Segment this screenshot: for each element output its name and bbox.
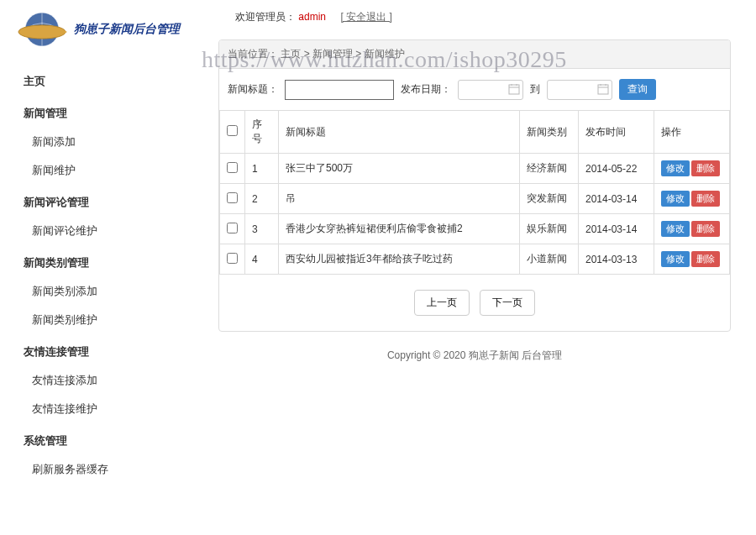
delete-button[interactable]: 删除: [691, 191, 720, 207]
cell-seq: 4: [245, 244, 279, 275]
content-panel: 当前位置： 主页 > 新闻管理 > 新闻维护 新闻标题： 发布日期： 到 查询: [218, 39, 731, 332]
breadcrumb: 当前位置： 主页 > 新闻管理 > 新闻维护: [219, 40, 730, 69]
title-input[interactable]: [285, 80, 394, 100]
breadcrumb-link[interactable]: 新闻管理: [312, 48, 353, 60]
row-checkbox[interactable]: [227, 253, 238, 264]
delete-button[interactable]: 删除: [691, 251, 720, 267]
cell-date: 2014-05-22: [579, 154, 654, 184]
cell-seq: 3: [245, 214, 279, 244]
breadcrumb-sep: >: [301, 48, 312, 60]
menu-item[interactable]: 刷新服务器缓存: [17, 455, 218, 484]
col-ops: 操作: [654, 111, 730, 154]
cell-category: 娱乐新闻: [520, 214, 579, 244]
logo-area: 狗崽子新闻后台管理: [17, 8, 218, 50]
cell-ops: 修改删除: [654, 214, 730, 244]
cell-category: 小道新闻: [520, 244, 579, 275]
col-title: 新闻标题: [279, 111, 520, 154]
breadcrumb-link[interactable]: 主页: [281, 48, 301, 60]
next-page-button[interactable]: 下一页: [480, 290, 535, 316]
footer-text: Copyright © 2020 狗崽子新闻 后台管理: [218, 332, 731, 380]
menu-item[interactable]: 新闻添加: [17, 128, 218, 156]
select-all-checkbox[interactable]: [227, 125, 238, 136]
menu-header[interactable]: 新闻评论管理: [17, 188, 218, 217]
menu-item[interactable]: 新闻类别维护: [17, 306, 218, 334]
menu-header[interactable]: 主页: [17, 67, 218, 96]
cell-title: 吊: [279, 184, 520, 214]
table-header-row: 序号 新闻标题 新闻类别 发布时间 操作: [220, 111, 730, 154]
breadcrumb-sep: >: [353, 48, 365, 60]
logout-link[interactable]: [ 安全退出 ]: [340, 11, 391, 23]
cell-category: 突发新闻: [520, 184, 579, 214]
cell-title: 西安幼儿园被指近3年都给孩子吃过药: [279, 244, 520, 275]
table-row: 2吊突发新闻2014-03-14修改删除: [220, 184, 730, 214]
cell-ops: 修改删除: [654, 184, 730, 214]
edit-button[interactable]: 修改: [661, 160, 690, 176]
breadcrumb-link[interactable]: 新闻维护: [365, 48, 405, 60]
search-button[interactable]: 查询: [619, 79, 656, 100]
svg-point-2: [18, 25, 66, 39]
filter-row: 新闻标题： 发布日期： 到 查询: [219, 69, 730, 110]
top-bar: 欢迎管理员： admin [ 安全退出 ]: [218, 0, 731, 39]
menu-item[interactable]: 新闻类别添加: [17, 277, 218, 306]
admin-name[interactable]: admin: [298, 11, 326, 23]
col-category: 新闻类别: [520, 111, 579, 154]
logo-text: 狗崽子新闻后台管理: [74, 22, 180, 37]
cell-category: 经济新闻: [520, 154, 579, 184]
title-label: 新闻标题：: [228, 82, 278, 97]
edit-button[interactable]: 修改: [661, 251, 690, 267]
cell-date: 2014-03-13: [579, 244, 654, 275]
pagination: 上一页 下一页: [219, 275, 730, 331]
menu-item[interactable]: 新闻维护: [17, 156, 218, 185]
cell-ops: 修改删除: [654, 244, 730, 275]
cell-date: 2014-03-14: [579, 184, 654, 214]
logo-icon: [17, 8, 67, 50]
breadcrumb-prefix: 当前位置：: [228, 48, 278, 60]
menu-header[interactable]: 系统管理: [17, 427, 218, 455]
delete-button[interactable]: 删除: [691, 221, 720, 237]
cell-date: 2014-03-14: [579, 214, 654, 244]
table-row: 4西安幼儿园被指近3年都给孩子吃过药小道新闻2014-03-13修改删除: [220, 244, 730, 275]
delete-button[interactable]: 删除: [691, 160, 720, 176]
cell-seq: 2: [245, 184, 279, 214]
cell-title: 张三中了500万: [279, 154, 520, 184]
prev-page-button[interactable]: 上一页: [414, 290, 470, 316]
row-checkbox[interactable]: [227, 223, 238, 233]
col-date: 发布时间: [579, 111, 654, 154]
date-label: 发布日期：: [401, 82, 451, 97]
menu-header[interactable]: 新闻管理: [17, 99, 218, 128]
menu-item[interactable]: 友情连接维护: [17, 395, 218, 423]
edit-button[interactable]: 修改: [661, 221, 690, 237]
row-checkbox[interactable]: [227, 162, 238, 173]
edit-button[interactable]: 修改: [661, 191, 690, 207]
cell-ops: 修改删除: [654, 154, 730, 184]
cell-title: 香港少女穿热裤短裙便利店偷零食被捕2: [279, 214, 520, 244]
table-row: 3香港少女穿热裤短裙便利店偷零食被捕2娱乐新闻2014-03-14修改删除: [220, 214, 730, 244]
col-seq: 序号: [245, 111, 279, 154]
row-checkbox[interactable]: [227, 192, 238, 203]
menu-header[interactable]: 新闻类别管理: [17, 249, 218, 277]
sidebar: 狗崽子新闻后台管理 主页新闻管理新闻添加新闻维护新闻评论管理新闻评论维护新闻类别…: [0, 0, 218, 535]
main-content: 欢迎管理员： admin [ 安全退出 ] https://www.huzhan…: [218, 0, 756, 535]
date-to-input[interactable]: [547, 80, 612, 100]
date-from-input[interactable]: [458, 80, 523, 100]
date-to-label: 到: [530, 82, 540, 97]
welcome-text: 欢迎管理员：: [235, 11, 296, 23]
cell-seq: 1: [245, 154, 279, 184]
news-table: 序号 新闻标题 新闻类别 发布时间 操作 1张三中了500万经济新闻2014-0…: [219, 110, 730, 275]
table-row: 1张三中了500万经济新闻2014-05-22修改删除: [220, 154, 730, 184]
menu-item[interactable]: 友情连接添加: [17, 366, 218, 395]
menu-item[interactable]: 新闻评论维护: [17, 217, 218, 245]
menu-header[interactable]: 友情连接管理: [17, 338, 218, 366]
